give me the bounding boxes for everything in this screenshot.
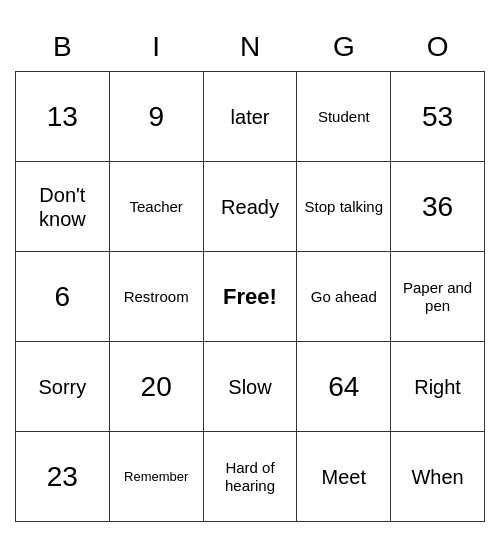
bingo-cell: Slow (203, 342, 297, 432)
bingo-cell: 6 (16, 252, 110, 342)
bingo-row: 139laterStudent53 (16, 72, 485, 162)
bingo-cell: later (203, 72, 297, 162)
bingo-cell: When (391, 432, 485, 522)
bingo-cell: Restroom (109, 252, 203, 342)
bingo-cell: Sorry (16, 342, 110, 432)
bingo-header-letter: B (16, 22, 110, 72)
bingo-cell: 64 (297, 342, 391, 432)
bingo-row: Sorry20Slow64Right (16, 342, 485, 432)
bingo-cell: Paper and pen (391, 252, 485, 342)
bingo-row: 23RememberHard of hearingMeetWhen (16, 432, 485, 522)
bingo-cell: Student (297, 72, 391, 162)
bingo-cell: 20 (109, 342, 203, 432)
bingo-cell: Ready (203, 162, 297, 252)
bingo-header-row: BINGO (16, 22, 485, 72)
bingo-row: 6RestroomFree!Go aheadPaper and pen (16, 252, 485, 342)
bingo-cell: Remember (109, 432, 203, 522)
bingo-cell: Teacher (109, 162, 203, 252)
bingo-cell: 23 (16, 432, 110, 522)
bingo-cell: 13 (16, 72, 110, 162)
bingo-cell: Hard of hearing (203, 432, 297, 522)
bingo-header-letter: N (203, 22, 297, 72)
bingo-header-letter: O (391, 22, 485, 72)
bingo-cell: Go ahead (297, 252, 391, 342)
bingo-cell: Free! (203, 252, 297, 342)
bingo-cell: Stop talking (297, 162, 391, 252)
bingo-cell: Don't know (16, 162, 110, 252)
bingo-cell: Meet (297, 432, 391, 522)
bingo-cell: 9 (109, 72, 203, 162)
bingo-row: Don't knowTeacherReadyStop talking36 (16, 162, 485, 252)
bingo-cell: 53 (391, 72, 485, 162)
bingo-card: BINGO 139laterStudent53Don't knowTeacher… (15, 22, 485, 523)
bingo-cell: 36 (391, 162, 485, 252)
bingo-header-letter: I (109, 22, 203, 72)
bingo-cell: Right (391, 342, 485, 432)
bingo-header-letter: G (297, 22, 391, 72)
